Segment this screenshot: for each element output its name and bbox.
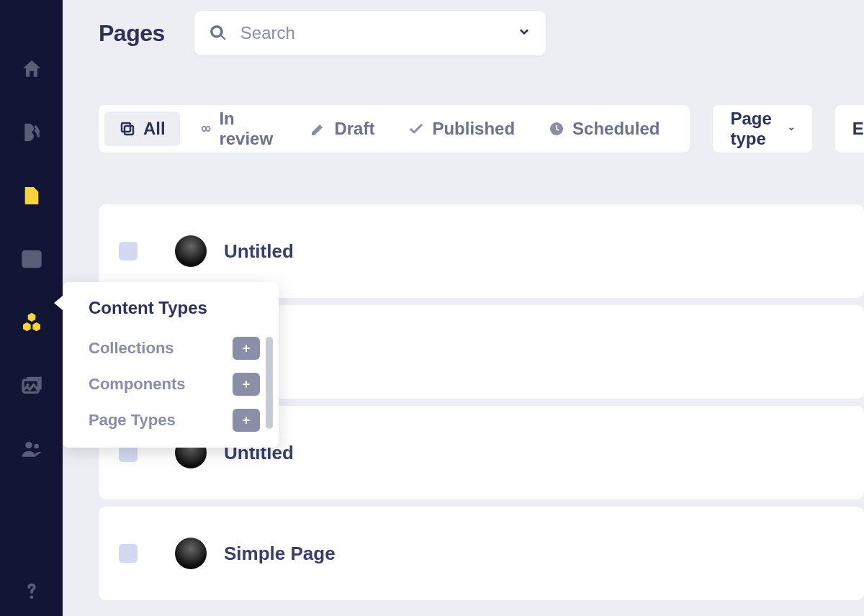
copy-icon <box>119 120 136 137</box>
users-icon <box>20 438 43 461</box>
filter-tabs: All In review Draft Published Scheduled <box>99 105 690 153</box>
row-checkbox[interactable] <box>119 544 138 563</box>
flyout-scrollbar[interactable] <box>266 337 273 432</box>
filter-tab-label: Scheduled <box>572 119 660 139</box>
add-page-type-button[interactable] <box>233 409 260 432</box>
filter-row: All In review Draft Published Scheduled … <box>63 56 864 153</box>
sidebar-item-tables[interactable] <box>0 227 63 291</box>
flyout-item-components: Components <box>89 373 260 396</box>
sidebar-item-blog[interactable] <box>0 101 63 164</box>
plus-icon <box>240 379 252 390</box>
blocks-icon <box>20 311 43 334</box>
flyout-item-collections: Collections <box>89 337 260 360</box>
sidebar-item-home[interactable] <box>0 37 63 101</box>
avatar <box>175 538 207 569</box>
sidebar <box>0 0 63 616</box>
search-input[interactable] <box>240 23 517 43</box>
page-title: Pages <box>99 20 165 47</box>
filter-tab-published[interactable]: Published <box>393 112 529 146</box>
sidebar-item-media[interactable] <box>0 354 63 417</box>
blog-icon <box>20 121 43 144</box>
add-component-button[interactable] <box>233 373 260 396</box>
list-row[interactable]: Simple Page <box>99 507 864 600</box>
content-types-flyout: Content Types Collections Components Pag… <box>63 282 279 448</box>
sidebar-item-users[interactable] <box>0 417 63 481</box>
search-icon <box>209 24 228 42</box>
infinity-icon <box>199 120 212 137</box>
page-type-dropdown[interactable]: Page type <box>713 105 811 153</box>
plus-icon <box>240 415 252 426</box>
images-icon <box>20 374 43 397</box>
page-icon <box>20 184 43 207</box>
svg-rect-9 <box>122 123 130 132</box>
filter-tab-all[interactable]: All <box>104 112 180 146</box>
grid-icon <box>20 248 43 271</box>
filter-tab-label: In review <box>219 109 276 149</box>
header-row: Pages <box>63 0 864 56</box>
filter-tab-in-review[interactable]: In review <box>184 101 292 156</box>
clock-icon <box>548 120 565 137</box>
help-icon <box>21 580 42 602</box>
flyout-item-label[interactable]: Collections <box>89 339 174 358</box>
sidebar-item-content-types[interactable] <box>0 291 63 354</box>
check-icon <box>408 120 425 137</box>
flyout-item-page-types: Page Types <box>89 409 260 432</box>
avatar <box>175 235 207 267</box>
search-box[interactable] <box>194 10 546 56</box>
plus-icon <box>240 343 252 354</box>
chevron-down-icon <box>788 122 795 135</box>
svg-point-7 <box>30 596 33 599</box>
row-checkbox[interactable] <box>119 242 138 261</box>
filter-tab-label: All <box>143 119 166 139</box>
row-title: Untitled <box>224 240 294 263</box>
pencil-icon <box>310 120 327 137</box>
filter-tab-draft[interactable]: Draft <box>295 112 389 146</box>
flyout-item-label[interactable]: Page Types <box>89 411 176 430</box>
filter-tab-label: Published <box>432 119 515 139</box>
svg-rect-8 <box>125 126 133 135</box>
chevron-down-icon <box>517 24 531 39</box>
filter-tab-label: Draft <box>334 119 374 139</box>
flyout-pointer <box>54 296 63 310</box>
flyout-item-label[interactable]: Components <box>89 375 185 394</box>
page-type-label: Page type <box>730 109 777 149</box>
edit-label: Edit <box>852 119 864 139</box>
flyout-title: Content Types <box>89 298 273 318</box>
search-dropdown-toggle[interactable] <box>517 24 531 42</box>
home-icon <box>20 58 43 81</box>
sidebar-item-pages[interactable] <box>0 164 63 227</box>
flyout-scrollbar-thumb[interactable] <box>266 337 273 429</box>
svg-point-6 <box>34 444 39 449</box>
svg-point-5 <box>25 442 32 448</box>
filter-tab-scheduled[interactable]: Scheduled <box>534 112 674 146</box>
sidebar-item-help[interactable] <box>0 580 63 616</box>
row-title: Simple Page <box>224 543 336 565</box>
edit-button[interactable]: Edit <box>835 105 864 153</box>
add-collection-button[interactable] <box>233 337 260 360</box>
